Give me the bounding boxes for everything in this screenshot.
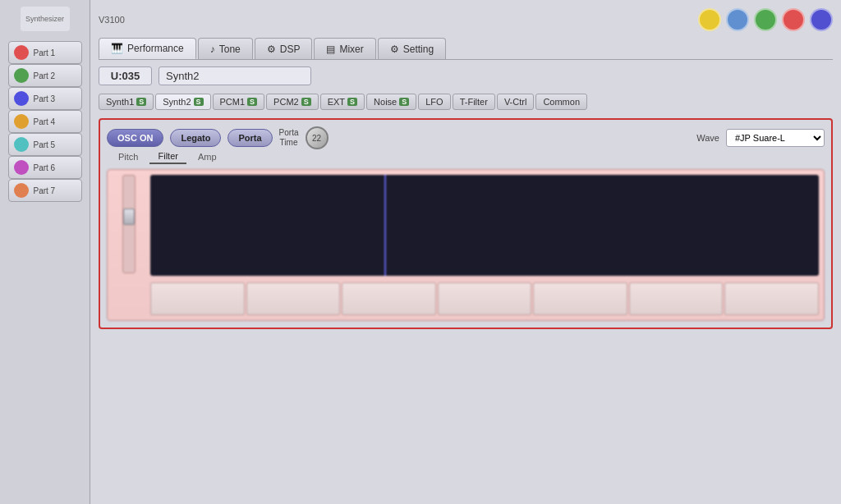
legato-button[interactable]: Legato — [170, 129, 221, 147]
sidebar-item-item4[interactable]: Part 4 — [8, 110, 82, 133]
synth-tab-synth1[interactable]: Synth1 S — [99, 94, 154, 110]
badge-ext: S — [347, 98, 357, 106]
vertical-slider[interactable] — [122, 175, 136, 273]
tab-dsp[interactable]: ⚙ DSP — [255, 38, 313, 59]
sub-tab-pitch[interactable]: Pitch — [110, 149, 146, 164]
topbar-green-btn[interactable] — [754, 8, 777, 31]
sub-tab-amp[interactable]: Amp — [190, 149, 225, 164]
top-bar-left: V3100 — [99, 15, 125, 25]
sidebar-dot-item6 — [14, 160, 29, 175]
sidebar-dot-item3 — [14, 91, 29, 106]
sidebar-label-item6: Part 6 — [34, 163, 56, 172]
porta-time-label: Porta Time — [279, 128, 299, 148]
tab-setting[interactable]: ⚙ Setting — [378, 38, 446, 59]
setting-tab-icon: ⚙ — [390, 44, 399, 55]
wave-keys — [150, 282, 819, 315]
sidebar-item-item1[interactable]: Part 1 — [8, 41, 82, 64]
tab-mixer[interactable]: ▤ Mixer — [314, 38, 375, 59]
sidebar-dot-item2 — [14, 68, 29, 83]
osc-on-button[interactable]: OSC ON — [107, 129, 163, 147]
wave-key-3 — [342, 282, 436, 315]
sidebar-item-item7[interactable]: Part 7 — [8, 179, 82, 202]
badge-noise: S — [399, 98, 409, 106]
sidebar-dot-item4 — [14, 114, 29, 129]
topbar-darkblue-btn[interactable] — [810, 8, 833, 31]
sidebar-item-item6[interactable]: Part 6 — [8, 156, 82, 179]
wave-key-7 — [724, 282, 819, 315]
sidebar-item-item2[interactable]: Part 2 — [8, 64, 82, 87]
topbar-blue-btn[interactable] — [726, 8, 749, 31]
sidebar-dot-item1 — [14, 45, 29, 60]
tab-performance[interactable]: 🎹 Performance — [99, 38, 196, 59]
preset-name-input[interactable] — [159, 66, 311, 85]
synth-tab-ext[interactable]: EXT S — [320, 94, 365, 110]
sidebar-item-item3[interactable]: Part 3 — [8, 87, 82, 110]
sidebar-label-item1: Part 1 — [34, 48, 56, 57]
sidebar-label-item3: Part 3 — [34, 94, 56, 103]
tone-tab-label: Tone — [219, 44, 241, 55]
badge-synth1: S — [136, 98, 146, 106]
synth-tab-common[interactable]: Common — [535, 94, 587, 110]
dsp-tab-label: DSP — [280, 44, 301, 55]
sub-tab-filter[interactable]: Filter — [149, 149, 186, 164]
porta-button[interactable]: Porta — [227, 129, 272, 147]
waveform-display — [150, 175, 819, 276]
tone-tab-icon: ♪ — [210, 44, 215, 55]
wave-label: Wave — [696, 133, 719, 143]
wave-key-5 — [533, 282, 627, 315]
mixer-tab-label: Mixer — [339, 44, 363, 55]
performance-tab-icon: 🎹 — [111, 43, 123, 54]
sidebar-label-item2: Part 2 — [34, 71, 56, 80]
preset-id[interactable]: U:035 — [99, 66, 152, 85]
synth-tab-pcm1[interactable]: PCM1 S — [213, 94, 265, 110]
main-content: V3100 🎹 Performance ♪ Tone ⚙ DSP ▤ Mixer… — [90, 0, 841, 504]
top-bar-right — [698, 8, 833, 31]
badge-synth2: S — [194, 98, 204, 106]
topbar-red-btn[interactable] — [782, 8, 805, 31]
waveform-area — [107, 169, 825, 321]
dsp-tab-icon: ⚙ — [267, 44, 276, 55]
waveform-controls — [113, 175, 145, 315]
performance-tab-label: Performance — [127, 43, 184, 54]
wave-key-4 — [438, 282, 532, 315]
wave-key-6 — [629, 282, 724, 315]
sidebar-item-item5[interactable]: Part 5 — [8, 133, 82, 156]
synth-tab-noise[interactable]: Noise S — [366, 94, 416, 110]
mixer-tab-icon: ▤ — [326, 44, 335, 55]
tab-tone[interactable]: ♪ Tone — [198, 38, 253, 59]
sub-tabs: Pitch Filter Amp — [107, 149, 825, 164]
wave-select[interactable]: #JP Suare-L#JP Saw-L#JP Square-H#JP Saw-… — [726, 129, 825, 147]
synth-tab-vctrl[interactable]: V-Ctrl — [497, 94, 535, 110]
setting-tab-label: Setting — [403, 44, 434, 55]
preset-bar: U:035 — [99, 66, 833, 85]
porta-time-knob[interactable]: 22 — [306, 126, 329, 149]
tab-bar: 🎹 Performance ♪ Tone ⚙ DSP ▤ Mixer ⚙ Set… — [99, 38, 833, 60]
wave-line — [384, 175, 386, 276]
synth-tab-tfilter[interactable]: T-Filter — [453, 94, 495, 110]
synth-tabs: Synth1 SSynth2 SPCM1 SPCM2 SEXT SNoise S… — [99, 94, 833, 110]
badge-pcm1: S — [247, 98, 257, 106]
sidebar-logo: Synthesizer — [21, 7, 70, 31]
slider-thumb — [123, 208, 135, 225]
synth-tab-lfo[interactable]: LFO — [418, 94, 450, 110]
sidebar-dot-item7 — [14, 183, 29, 198]
sidebar-label-item5: Part 5 — [34, 140, 56, 149]
sidebar: Synthesizer Part 1 Part 2 Part 3 Part 4 … — [0, 0, 90, 504]
synth-tab-pcm2[interactable]: PCM2 S — [266, 94, 319, 110]
sidebar-label-item4: Part 4 — [34, 117, 56, 126]
wave-key-1 — [150, 282, 245, 315]
app-version: V3100 — [99, 15, 125, 25]
sidebar-label-item7: Part 7 — [34, 186, 56, 195]
sidebar-dot-item5 — [14, 137, 29, 152]
wave-key-2 — [246, 282, 341, 315]
synth-tab-synth2[interactable]: Synth2 S — [155, 94, 210, 110]
badge-pcm2: S — [301, 98, 311, 106]
osc-panel: OSC ON Legato Porta Porta Time 22 Wave #… — [99, 118, 833, 329]
top-bar: V3100 — [99, 8, 833, 31]
osc-controls-row: OSC ON Legato Porta Porta Time 22 Wave #… — [107, 126, 825, 149]
topbar-yellow-btn[interactable] — [698, 8, 721, 31]
